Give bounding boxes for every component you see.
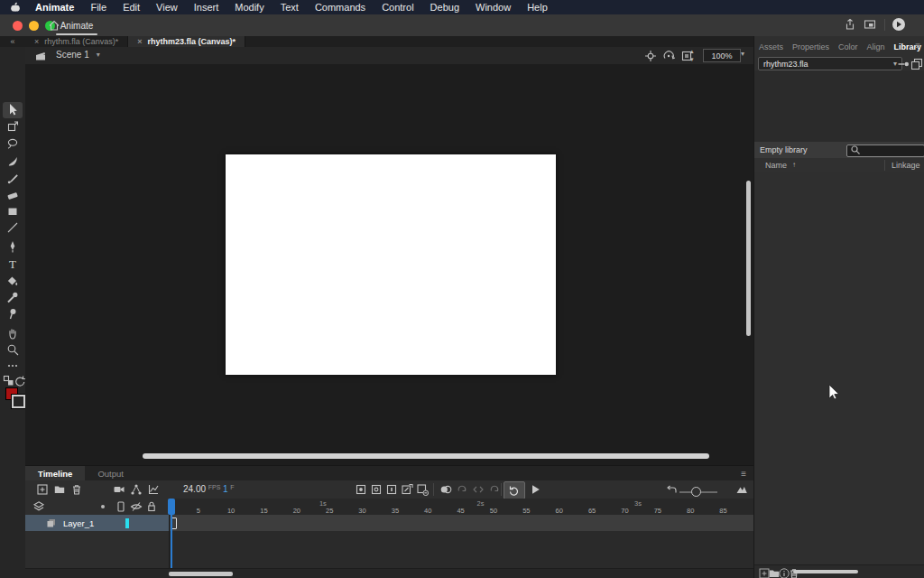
new-library-panel-icon[interactable] xyxy=(910,58,923,70)
outline-column-icon[interactable] xyxy=(115,500,127,513)
scene-clapper-icon[interactable] xyxy=(34,50,47,62)
delete-layer-icon[interactable] xyxy=(70,483,83,496)
share-icon[interactable] xyxy=(844,18,856,31)
onion-skin-outline-icon[interactable] xyxy=(488,483,501,496)
remove-frames-icon[interactable] xyxy=(416,483,429,496)
new-layer-icon[interactable] xyxy=(36,483,49,496)
free-transform-tool-icon[interactable] xyxy=(6,120,19,133)
rectangle-tool-icon[interactable] xyxy=(6,205,19,218)
timeline-zoom-slider-knob[interactable] xyxy=(691,487,701,497)
hand-tool-icon[interactable] xyxy=(6,327,19,340)
timeline-tab-output[interactable]: Output xyxy=(85,466,136,480)
edit-multiple-frames-icon[interactable] xyxy=(456,483,468,496)
workspace-tab-animate[interactable]: Animate xyxy=(56,16,97,34)
onion-skin-range-icon[interactable] xyxy=(472,483,485,496)
rotate-stage-icon[interactable] xyxy=(662,50,675,62)
column-name[interactable]: Name xyxy=(765,161,787,170)
stepper-up-icon[interactable]: ▴ xyxy=(690,48,694,54)
layer-frames-row[interactable] xyxy=(169,515,753,532)
stroke-color-swatch[interactable] xyxy=(12,395,25,408)
panel-tab-properties[interactable]: Properties xyxy=(788,42,834,51)
menu-item-edit[interactable]: Edit xyxy=(115,2,148,13)
insert-keyframe-icon[interactable] xyxy=(355,483,367,496)
eyedropper-tool-icon[interactable] xyxy=(6,291,19,303)
device-preview-icon[interactable] xyxy=(864,18,876,31)
sort-ascending-icon[interactable]: ↑ xyxy=(792,161,796,169)
text-tool-icon[interactable]: T xyxy=(6,257,19,270)
menu-item-debug[interactable]: Debug xyxy=(422,2,467,13)
line-tool-icon[interactable] xyxy=(6,221,19,234)
document-tab-2[interactable]: ×rhythm23.fla (Canvas)* xyxy=(128,36,245,47)
reset-timeline-zoom-icon[interactable] xyxy=(665,483,678,496)
menu-item-view[interactable]: View xyxy=(148,2,186,13)
pin-library-icon[interactable] xyxy=(897,58,910,70)
paint-bucket-tool-icon[interactable] xyxy=(6,275,19,287)
new-layer-folder-icon[interactable] xyxy=(53,483,66,496)
menu-item-file[interactable]: File xyxy=(82,2,115,13)
test-movie-play-icon[interactable] xyxy=(892,17,906,32)
stage-canvas[interactable] xyxy=(226,154,556,375)
minimize-window-button[interactable] xyxy=(29,21,39,31)
lock-column-icon[interactable] xyxy=(145,500,158,513)
frame-rate-display[interactable]: 24.00 FPS xyxy=(183,484,220,494)
canvas-vertical-scrollbar[interactable] xyxy=(746,181,751,336)
current-frame-display[interactable]: 1 F xyxy=(223,484,235,494)
panel-tab-color[interactable]: Color xyxy=(834,42,863,51)
canvas-horizontal-scrollbar[interactable] xyxy=(143,453,709,459)
scene-chevron-icon[interactable]: ▾ xyxy=(97,51,100,59)
timeline-scrollbar-thumb[interactable] xyxy=(169,572,233,576)
column-divider[interactable] xyxy=(884,160,885,171)
reset-colors-icon[interactable] xyxy=(14,375,26,387)
lasso-tool-icon[interactable] xyxy=(6,137,19,150)
library-item-list[interactable] xyxy=(754,172,924,564)
layer-row[interactable]: Layer_1 xyxy=(25,515,169,531)
more-tools-icon[interactable] xyxy=(6,359,19,372)
pasteboard[interactable] xyxy=(25,64,753,465)
add-camera-icon[interactable] xyxy=(113,483,125,496)
selection-tool-icon[interactable] xyxy=(6,103,19,116)
eraser-tool-icon[interactable] xyxy=(6,189,19,201)
timeline-ruler[interactable]: 5101520253035404550556065707580851s2s3s xyxy=(169,499,753,516)
menu-item-animate[interactable]: Animate xyxy=(27,2,82,13)
library-search-input[interactable] xyxy=(846,144,924,157)
close-tab-icon[interactable]: × xyxy=(137,37,142,46)
menu-item-modify[interactable]: Modify xyxy=(226,2,272,13)
zoom-level-input[interactable]: 100% xyxy=(703,49,741,62)
layer-depth-icon[interactable] xyxy=(147,483,160,496)
stepper-down-icon[interactable]: ▾ xyxy=(690,56,694,62)
center-stage-icon[interactable] xyxy=(644,50,657,62)
play-button-icon[interactable] xyxy=(529,483,541,496)
insert-blank-keyframe-icon[interactable] xyxy=(370,483,383,496)
layer-parenting-icon[interactable] xyxy=(130,483,143,496)
insert-frame-icon[interactable] xyxy=(385,483,398,496)
visibility-column-icon[interactable] xyxy=(130,500,143,513)
column-linkage[interactable]: Linkage xyxy=(892,161,920,170)
fluid-brush-tool-icon[interactable] xyxy=(6,155,19,168)
layer-outline-color-swatch[interactable] xyxy=(125,518,129,528)
timeline-horizontal-scrollbar[interactable] xyxy=(25,568,753,578)
frames-empty-area[interactable] xyxy=(169,531,753,568)
library-document-select[interactable]: rhythm23.fla ▾ xyxy=(758,57,902,70)
collapse-toolbar-icon[interactable]: « xyxy=(0,36,25,47)
document-tab-1[interactable]: ×rhythm.fla (Canvas)* xyxy=(25,36,128,47)
timeline-panel-menu-icon[interactable]: ≡ xyxy=(741,469,746,479)
classic-brush-tool-icon[interactable] xyxy=(6,172,19,185)
auto-keyframe-icon[interactable] xyxy=(401,483,413,496)
zoom-tool-icon[interactable] xyxy=(6,343,19,356)
menu-item-help[interactable]: Help xyxy=(519,2,556,13)
asset-warp-tool-icon[interactable] xyxy=(6,307,19,320)
menu-item-text[interactable]: Text xyxy=(273,2,307,13)
menu-item-commands[interactable]: Commands xyxy=(307,2,374,13)
menu-item-window[interactable]: Window xyxy=(467,2,519,13)
menu-item-control[interactable]: Control xyxy=(374,2,421,13)
layer-name[interactable]: Layer_1 xyxy=(63,518,94,528)
panel-tab-assets[interactable]: Assets xyxy=(754,42,788,51)
zoom-stepper[interactable]: ▴ ▾ xyxy=(690,47,694,63)
layers-stack-icon[interactable] xyxy=(32,500,45,513)
panel-menu-icon[interactable]: ≡ xyxy=(915,42,920,51)
timeline-tab-timeline[interactable]: Timeline xyxy=(25,466,85,480)
timeline-zoom-fit-icon[interactable] xyxy=(735,483,748,496)
zoom-dropdown-chevron-icon[interactable]: ▾ xyxy=(741,50,744,58)
panel-tab-align[interactable]: Align xyxy=(863,42,890,51)
library-horizontal-scrollbar[interactable] xyxy=(793,570,858,573)
